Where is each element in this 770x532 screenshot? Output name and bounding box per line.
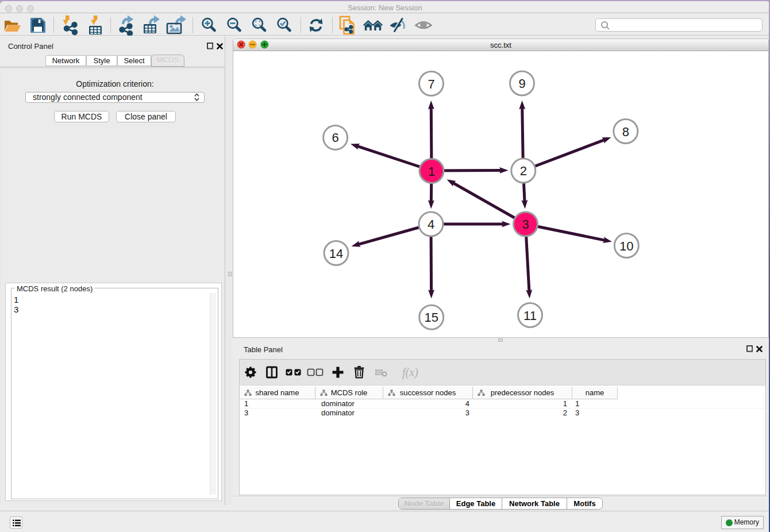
svg-text:11: 11 <box>523 309 537 323</box>
svg-text:1: 1 <box>428 164 435 179</box>
svg-text:14: 14 <box>329 246 343 261</box>
svg-text:6: 6 <box>332 130 338 145</box>
svg-text:2: 2 <box>520 164 527 178</box>
svg-text:15: 15 <box>424 310 438 325</box>
svg-text:3: 3 <box>522 217 529 232</box>
svg-text:9: 9 <box>518 76 525 91</box>
svg-text:7: 7 <box>428 77 434 91</box>
svg-text:8: 8 <box>622 125 629 139</box>
svg-text:4: 4 <box>428 217 434 232</box>
svg-text:f(x): f(x) <box>402 366 418 379</box>
svg-text:10: 10 <box>619 239 633 253</box>
